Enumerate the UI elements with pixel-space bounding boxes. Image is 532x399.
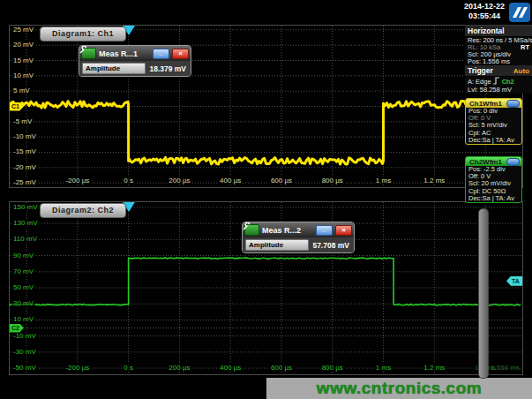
diagram1-plot-area[interactable]: Diagram1: Ch1 Meas R...1 _ × Amplitude 1… (9, 25, 523, 188)
sidebar-scrollbar[interactable] (478, 208, 489, 379)
ch1-decimation: Dec:Sa | TA: Av (466, 137, 521, 144)
y-tick-label: -5 mV (11, 117, 34, 125)
y-tick-label: 130 mV (11, 219, 40, 227)
minimize-button[interactable] (506, 100, 520, 108)
y-tick-label: 150 mV (11, 203, 40, 211)
meas-result-popup-2[interactable]: Meas R...2 _ × Amplitude 57.708 mV (242, 222, 355, 253)
y-tick-label: -10 mV (11, 132, 38, 140)
y-tick-label: 10 mV (11, 72, 35, 79)
ch2-decimation: Dec:Sa | TA: Av (466, 195, 521, 202)
trigger-title: Trigger (468, 66, 493, 75)
trigger-mode-badge: Auto (513, 67, 529, 75)
y-tick-label: -30 mV (11, 348, 38, 356)
x-tick-label: 1.2 ms (422, 364, 446, 372)
horizontal-title: Horizontal (468, 26, 505, 35)
ch2-waveform-panel[interactable]: Ch2Wfm1 Pos: -2.5 div Off: 0 V Scl: 20 m… (465, 156, 522, 203)
rohde-schwarz-logo (509, 3, 530, 22)
diagram1-tab[interactable]: Diagram1: Ch1 (40, 26, 126, 41)
y-tick-label: -15 mV (11, 147, 38, 155)
x-tick-label: 200 µs (167, 177, 191, 184)
x-tick-label: -200 µs (64, 177, 91, 184)
y-tick-label: -25 mV (11, 178, 38, 186)
meas-param-field[interactable]: Amplitude (245, 239, 309, 251)
y-tick-label: 90 mV (11, 252, 35, 260)
horizontal-settings-panel[interactable]: Horizontal Res: 200 ns / 5 MSa/s RL: 10 … (465, 25, 532, 94)
watermark: www.cntronics.com (266, 378, 532, 399)
y-tick-label: 5 mV (11, 87, 32, 94)
x-tick-label: 600 µs (269, 364, 294, 372)
x-tick-label: 0 s (122, 364, 135, 372)
close-icon[interactable]: × (172, 49, 189, 59)
y-tick-label: -50 mV (11, 364, 38, 372)
x-tick-label: 800 µs (320, 364, 345, 372)
x-tick-label: 1.2 ms (422, 177, 446, 184)
meas-popup-title: Meas R...2 (262, 226, 313, 235)
minimize-button[interactable]: _ (316, 225, 333, 236)
realtime-badge: RT (521, 44, 529, 51)
Ch2-trace[interactable] (10, 258, 521, 305)
y-tick-label: 20 mV (11, 41, 35, 49)
x-tick-label: 600 µs (269, 177, 294, 184)
meas-param-field[interactable]: Amplitude (82, 63, 146, 74)
oscilloscope-screen: 2014-12-22 03:55:44 Diagram1: Ch1 Meas R… (0, 0, 532, 399)
x-end-label: 1.556 ms (491, 364, 520, 372)
wrench-icon[interactable] (244, 224, 259, 236)
x-tick-label: 200 µs (167, 364, 191, 372)
minimize-button[interactable]: _ (153, 49, 169, 59)
meas-popup-header[interactable]: Meas R...2 _ × (243, 222, 354, 237)
x-tick-label: 1 ms (374, 364, 393, 372)
y-tick-label: 110 mV (11, 235, 39, 243)
meas-value: 18.379 mV (149, 64, 188, 73)
x-tick-label: 400 µs (218, 364, 243, 372)
meas-popup-title: Meas R...1 (99, 49, 150, 58)
x-tick-label: 1 ms (374, 177, 393, 184)
datetime-display[interactable]: 2014-12-22 03:55:44 (461, 2, 507, 21)
wrench-icon[interactable] (81, 48, 96, 59)
diagram2-tab[interactable]: Diagram2: Ch2 (40, 203, 126, 218)
y-tick-label: -10 mV (11, 332, 38, 340)
y-tick-label: 10 mV (11, 315, 35, 323)
y-tick-label: 15 mV (11, 56, 35, 64)
y-tick-label: 30 mV (11, 299, 35, 307)
meas-result-popup-1[interactable]: Meas R...1 _ × Amplitude 18.379 mV (79, 45, 191, 77)
ch1-waveform-panel[interactable]: Ch1Wfm1 Pos: 0 div Off: 0 V Scl: 5 mV/di… (465, 98, 522, 145)
meas-value: 57.708 mV (312, 241, 351, 250)
Ch1-trace[interactable] (10, 102, 521, 164)
y-tick-label: 25 mV (11, 26, 35, 34)
y-tick-label: 70 mV (11, 267, 35, 275)
trigger-header[interactable]: Trigger Auto (465, 65, 532, 77)
x-tick-label: 400 µs (218, 177, 243, 184)
time-label: 03:55:44 (461, 11, 507, 21)
meas-popup-header[interactable]: Meas R...1 _ × (79, 46, 191, 61)
x-tick-label: -200 µs (64, 364, 91, 372)
minimize-button[interactable] (506, 158, 520, 166)
trigger-level: Lvl: 58.258 mV (465, 87, 532, 94)
y-tick-label: -20 mV (11, 163, 38, 171)
meas-popup-body: Amplitude 57.708 mV (243, 237, 354, 252)
x-tick-label: 0 s (122, 177, 135, 184)
meas-popup-body: Amplitude 18.379 mV (79, 61, 191, 76)
diagram2-plot-area[interactable]: Diagram2: Ch2 Meas R...2 _ × Amplitude 5… (9, 201, 523, 375)
x-tick-label: 800 µs (320, 177, 345, 184)
date-label: 2014-12-22 (461, 2, 507, 11)
y-tick-label: 50 mV (11, 283, 35, 291)
horizontal-position: Pos: 1.556 ms (465, 58, 532, 65)
close-icon[interactable]: × (335, 225, 352, 236)
